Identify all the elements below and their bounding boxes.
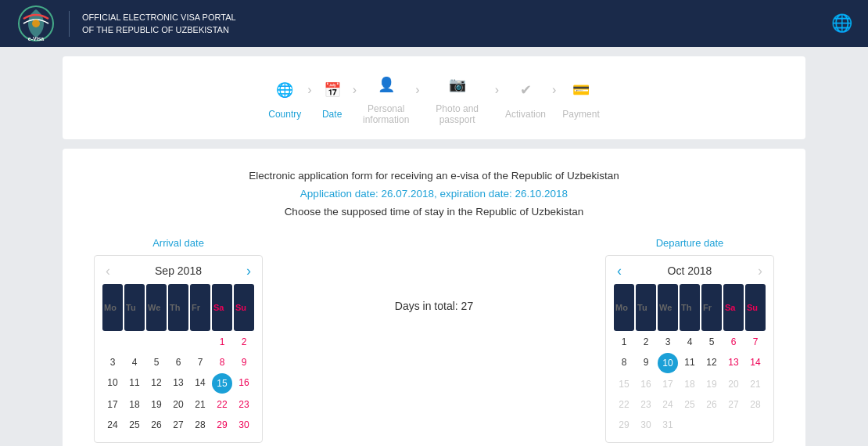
dep-day-29: 29 [614, 415, 634, 434]
step-payment[interactable]: 💳 Payment [562, 76, 599, 120]
dep-day-16: 16 [636, 375, 656, 394]
arr-day-7[interactable]: 7 [190, 353, 210, 372]
arr-cell [146, 333, 167, 351]
dep-day-12[interactable]: 12 [701, 353, 722, 373]
step-photo-label: Photo and passport [426, 103, 489, 125]
arr-day-17[interactable]: 17 [102, 395, 123, 414]
arr-day-18[interactable]: 18 [124, 395, 145, 414]
arr-day-4[interactable]: 4 [124, 353, 145, 372]
arrival-cal-grid: Mo Tu We Th Fr Sa Su 1 2 3 [102, 284, 254, 434]
arr-day-20[interactable]: 20 [168, 395, 188, 414]
arr-day-29[interactable]: 29 [212, 415, 232, 434]
departure-cal-header: ‹ Oct 2018 › [614, 264, 766, 278]
arr-day-19[interactable]: 19 [146, 395, 167, 414]
arr-day-1[interactable]: 1 [212, 333, 232, 351]
step-country-label: Country [268, 109, 301, 120]
personal-icon: 👤 [372, 70, 400, 99]
dep-day-6[interactable]: 6 [723, 333, 744, 351]
dep-day-26: 26 [701, 395, 722, 414]
dep-empty [745, 415, 766, 434]
dep-day-23: 23 [636, 395, 656, 414]
arr-day-8[interactable]: 8 [212, 353, 232, 372]
logo-text: OFFICIAL ELECTRONIC VISA PORTAL OF THE R… [69, 11, 236, 37]
dep-day-10[interactable]: 10 [658, 353, 678, 373]
dep-day-1[interactable]: 1 [614, 333, 634, 351]
step-activation[interactable]: ✔ Activation [505, 76, 546, 120]
dep-day-3[interactable]: 3 [658, 333, 678, 351]
dep-day-27: 27 [723, 395, 744, 414]
arr-cell [124, 333, 145, 351]
dep-day-20: 20 [723, 375, 744, 394]
main-card: Electronic application form for receivin… [63, 149, 805, 446]
arr-day-3[interactable]: 3 [102, 353, 123, 372]
app-info-line2: Application date: 26.07.2018, expiration… [94, 185, 774, 203]
arr-day-15[interactable]: 15 [212, 373, 232, 394]
arr-day-13[interactable]: 13 [168, 373, 188, 394]
arr-day-22[interactable]: 22 [212, 395, 232, 414]
arr-day-16[interactable]: 16 [234, 373, 254, 394]
arr-day-14[interactable]: 14 [190, 373, 210, 394]
dep-day-13[interactable]: 13 [723, 353, 744, 373]
step-photo[interactable]: 📷 Photo and passport [426, 70, 489, 125]
dep-day-21: 21 [745, 375, 766, 394]
step-date[interactable]: 📅 Date [318, 76, 346, 120]
arr-day-9[interactable]: 9 [234, 353, 254, 372]
step-country[interactable]: 🌐 Country [268, 76, 301, 120]
step-personal-label: Personalinformation [363, 103, 409, 125]
arr-day-21[interactable]: 21 [190, 395, 210, 414]
arr-day-5[interactable]: 5 [146, 353, 167, 372]
arr-day-28[interactable]: 28 [190, 415, 210, 434]
step-date-label: Date [322, 109, 342, 120]
dep-col-mo: Mo [614, 284, 634, 331]
step-activation-label: Activation [505, 109, 546, 120]
arr-day-6[interactable]: 6 [168, 353, 188, 372]
dep-col-su: Su [745, 284, 766, 331]
arrival-calendar-section: Arrival date ‹ Sep 2018 › Mo Tu We Th Fr… [94, 237, 263, 443]
dep-day-8[interactable]: 8 [614, 353, 634, 373]
arr-day-26[interactable]: 26 [146, 415, 167, 434]
departure-calendar: ‹ Oct 2018 › Mo Tu We Th Fr Sa Su 1 2 3 [605, 255, 774, 443]
departure-cal-grid: Mo Tu We Th Fr Sa Su 1 2 3 4 5 6 7 8 [614, 284, 766, 434]
arr-day-24[interactable]: 24 [102, 415, 123, 434]
col-sa: Sa [212, 284, 232, 331]
step-personal[interactable]: 👤 Personalinformation [363, 70, 409, 125]
arr-day-30[interactable]: 30 [234, 415, 254, 434]
date-icon: 📅 [318, 76, 346, 104]
activation-icon: ✔ [511, 76, 540, 104]
dep-day-15: 15 [614, 375, 634, 394]
dep-day-9[interactable]: 9 [636, 353, 656, 373]
arrival-prev-button[interactable]: ‹ [102, 264, 113, 278]
dep-day-11[interactable]: 11 [680, 353, 700, 373]
arr-day-27[interactable]: 27 [168, 415, 188, 434]
arr-day-11[interactable]: 11 [124, 373, 145, 394]
arr-day-12[interactable]: 12 [146, 373, 167, 394]
dep-col-fr: Fr [701, 284, 722, 331]
app-info: Electronic application form for receivin… [94, 167, 774, 221]
arrow-2: › [353, 83, 357, 97]
days-total: Days in total: 27 [278, 237, 590, 312]
dep-day-4[interactable]: 4 [680, 333, 700, 351]
dep-day-22: 22 [614, 395, 634, 414]
departure-next-button[interactable]: › [755, 264, 766, 278]
globe-icon[interactable]: 🌐 [831, 13, 852, 34]
arr-day-2[interactable]: 2 [234, 333, 254, 351]
dep-day-19: 19 [701, 375, 722, 394]
payment-icon: 💳 [567, 76, 595, 104]
app-info-line3: Choose the supposed time of stay in the … [94, 203, 774, 221]
dep-day-7[interactable]: 7 [745, 333, 766, 351]
dep-day-14[interactable]: 14 [745, 353, 766, 373]
departure-prev-button[interactable]: ‹ [614, 264, 625, 278]
arrival-next-button[interactable]: › [243, 264, 254, 278]
arrival-month-label: Sep 2018 [155, 264, 202, 277]
dep-day-5[interactable]: 5 [701, 333, 722, 351]
arrival-calendar: ‹ Sep 2018 › Mo Tu We Th Fr Sa Su [94, 255, 263, 443]
dep-day-2[interactable]: 2 [636, 333, 656, 351]
arr-day-10[interactable]: 10 [102, 373, 123, 394]
arrow-1: › [307, 83, 311, 97]
stepper: 🌐 Country › 📅 Date › 👤 Personalinformati… [94, 70, 774, 125]
dep-col-tu: Tu [636, 284, 656, 331]
header-left: e-Visa OFFICIAL ELECTRONIC VISA PORTAL O… [16, 5, 236, 42]
arr-day-25[interactable]: 25 [124, 415, 145, 434]
arr-day-23[interactable]: 23 [234, 395, 254, 414]
arrow-5: › [552, 83, 556, 97]
